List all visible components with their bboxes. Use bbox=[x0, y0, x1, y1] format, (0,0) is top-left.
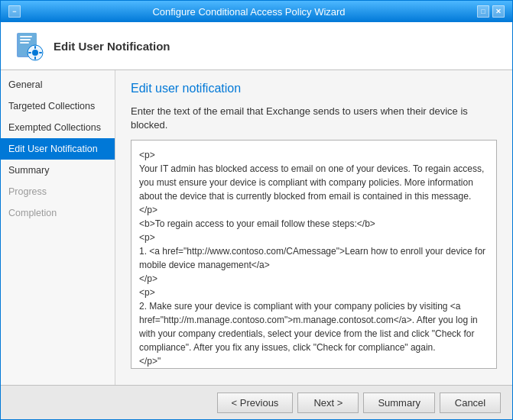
svg-rect-9 bbox=[28, 52, 31, 53]
minimize-button[interactable]: − bbox=[8, 5, 21, 18]
header-title: Edit User Notification bbox=[54, 40, 170, 53]
sidebar: General Targeted Collections Exempted Co… bbox=[1, 70, 115, 385]
wizard-window: − Configure Conditional Access Policy Wi… bbox=[0, 0, 513, 420]
next-button[interactable]: Next > bbox=[297, 393, 359, 413]
main-content: General Targeted Collections Exempted Co… bbox=[1, 70, 512, 385]
window-action-controls: □ ✕ bbox=[477, 5, 505, 18]
close-button[interactable]: ✕ bbox=[492, 5, 505, 18]
svg-rect-7 bbox=[34, 46, 36, 49]
wizard-footer: < Previous Next > Summary Cancel bbox=[1, 385, 512, 419]
content-heading: Edit user notification bbox=[131, 82, 497, 95]
svg-rect-2 bbox=[20, 36, 32, 37]
content-panel: Edit user notification Enter the text of… bbox=[115, 70, 512, 385]
svg-rect-8 bbox=[34, 57, 36, 60]
previous-button[interactable]: < Previous bbox=[217, 393, 294, 413]
sidebar-item-progress: Progress bbox=[1, 181, 115, 202]
maximize-button[interactable]: □ bbox=[477, 5, 489, 18]
sidebar-item-targeted-collections[interactable]: Targeted Collections bbox=[1, 95, 115, 117]
title-bar: − Configure Conditional Access Policy Wi… bbox=[1, 1, 512, 22]
sidebar-item-edit-user-notification[interactable]: Edit User Notification bbox=[1, 138, 115, 160]
svg-point-6 bbox=[32, 50, 38, 56]
sidebar-item-exempted-collections[interactable]: Exempted Collections bbox=[1, 117, 115, 138]
sidebar-item-summary[interactable]: Summary bbox=[1, 160, 115, 181]
svg-rect-3 bbox=[20, 39, 31, 40]
sidebar-item-general[interactable]: General bbox=[1, 74, 115, 95]
instruction-text: Enter the text of the email that Exchang… bbox=[131, 105, 497, 132]
policy-wizard-icon bbox=[12, 30, 44, 62]
cancel-button[interactable]: Cancel bbox=[440, 393, 501, 413]
window-controls: − bbox=[8, 5, 21, 18]
wizard-header: Edit User Notification bbox=[1, 22, 512, 70]
svg-rect-10 bbox=[39, 52, 42, 53]
sidebar-item-completion: Completion bbox=[1, 202, 115, 224]
summary-button[interactable]: Summary bbox=[363, 393, 435, 413]
svg-rect-4 bbox=[20, 42, 29, 44]
email-body-textarea[interactable]: <p> Your IT admin has blocked access to … bbox=[131, 140, 497, 369]
window-title: Configure Conditional Access Policy Wiza… bbox=[21, 6, 477, 18]
